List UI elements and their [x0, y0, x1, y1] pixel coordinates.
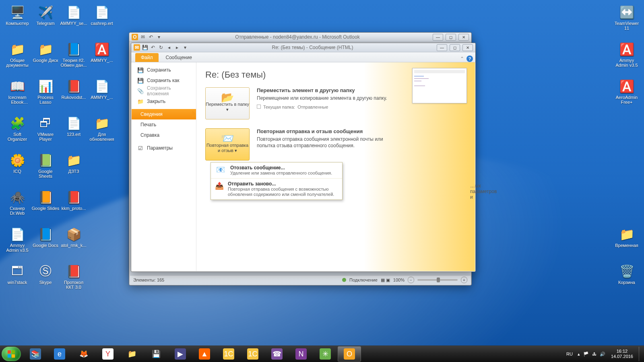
zoom-out-button[interactable]: −: [408, 277, 414, 283]
outlook-titlebar[interactable]: O ✉ ↶ ▾ Отправленные - noden84@yandex.ru…: [129, 33, 471, 42]
zoom-slider[interactable]: [417, 279, 458, 281]
desktop-icon[interactable]: 📗Google Sheets: [31, 151, 60, 188]
icon-label: Telegram: [36, 21, 54, 26]
desktop-icon[interactable]: 📖Icecream Ebook Reader: [3, 77, 31, 114]
qat-undo-icon[interactable]: ↶: [148, 34, 154, 40]
qat-redo-icon[interactable]: ↻: [158, 44, 164, 51]
desktop-icon[interactable]: 📦atol_rmk_k...: [60, 225, 88, 262]
windows-logo-icon: [7, 350, 16, 358]
menu-send-again[interactable]: 📤 Отправить заново...Повторная отправка …: [211, 179, 342, 200]
tray-volume-icon[interactable]: 🔊: [600, 352, 605, 357]
message-titlebar[interactable]: ✉ 💾 ↶ ↻ ◂ ▸ ▾ Re: (Без темы) - Сообщение…: [131, 43, 475, 52]
icon-label: 123.ert: [67, 132, 80, 137]
desktop-icon[interactable]: 🕷️Сканер Dr.Web: [3, 188, 31, 225]
msg-maximize-button[interactable]: ◻: [450, 44, 460, 51]
side-info[interactable]: Сведения: [132, 109, 196, 119]
desktop-icon[interactable]: 📁ДЗТЗ: [60, 151, 88, 188]
side-save[interactable]: 💾Сохранить: [132, 65, 196, 75]
menu-recall-message[interactable]: 📧 Отозвать сообщение...Удаление или заме…: [211, 162, 342, 179]
taskbar-media[interactable]: ▶: [169, 347, 192, 361]
qat-send-receive-icon[interactable]: ✉: [140, 34, 146, 40]
taskbar-libraries[interactable]: 📚: [24, 347, 47, 361]
minimize-button[interactable]: —: [433, 34, 443, 41]
taskbar-onenote[interactable]: N: [290, 347, 312, 361]
desktop-icon[interactable]: ⓈSkype: [31, 262, 60, 299]
desktop-icon[interactable]: 📁Временная: [613, 225, 641, 262]
desktop-icon[interactable]: 📄123.ert: [60, 114, 88, 151]
msg-close-button[interactable]: ✕: [462, 44, 473, 51]
desktop-icon[interactable]: 🗔win7stack: [3, 262, 31, 299]
desktop-icon[interactable]: 📄AMMYY_...: [88, 77, 116, 114]
desktop-icon[interactable]: 🅰️Ammyy Admin v3.5: [613, 40, 641, 77]
taskbar-ie[interactable]: e: [48, 347, 71, 361]
desktop-icon[interactable]: 🗑️Корзина: [613, 262, 641, 299]
tray-clock[interactable]: 16:12 14.07.2016: [609, 349, 636, 359]
tab-message[interactable]: Сообщение: [160, 53, 198, 62]
desktop-icon[interactable]: ↔️TeamViewer 11: [613, 3, 641, 40]
help-icon[interactable]: ?: [466, 56, 473, 62]
desktop-icon[interactable]: 📊Process Lasso: [31, 77, 60, 114]
desktop-icon[interactable]: 🧩Soft Organizer: [3, 114, 31, 151]
desktop-icon[interactable]: 🖥️Компьютер: [3, 3, 31, 40]
tray-network-icon[interactable]: 🖧: [592, 352, 597, 356]
close-button[interactable]: ✕: [458, 34, 469, 41]
desktop-icon[interactable]: 📁Общие документы: [3, 40, 31, 77]
maximize-button[interactable]: ◻: [446, 34, 456, 41]
desktop-icon[interactable]: 📕kkm_proto...: [60, 188, 88, 225]
msg-minimize-button[interactable]: —: [437, 44, 447, 51]
taskbar-yandex[interactable]: Y: [97, 347, 119, 361]
desktop-icon[interactable]: 🌼ICQ: [3, 151, 31, 188]
desktop-icon[interactable]: 📁Google Диск: [31, 40, 60, 77]
side-help[interactable]: Справка: [132, 130, 196, 140]
tray-chevron-icon[interactable]: ▴: [578, 352, 580, 357]
taskbar-vlc[interactable]: ▲: [193, 347, 216, 361]
desktop-icon[interactable]: 📕Протокол ККТ 3.0: [60, 262, 88, 299]
desktop-icon[interactable]: 📘Google Docs: [31, 225, 60, 262]
qat-prev-icon[interactable]: ◂: [166, 44, 172, 51]
file-icon: 📄: [64, 114, 83, 132]
ribbon-collapse-icon[interactable]: ⌃: [460, 56, 464, 62]
desktop-icon[interactable]: 📘Теория #2. Обмен дан...: [60, 40, 88, 77]
desktop-icon[interactable]: 📙Google Slides: [31, 188, 60, 225]
desktop-icon[interactable]: 📁Для обновления: [88, 114, 116, 151]
taskbar-save[interactable]: 💾: [145, 347, 167, 361]
move-to-folder-button[interactable]: 📂 Переместить в папку ▾: [205, 87, 250, 119]
desktop-icon[interactable]: 📄Ammyy Admin v3.5: [3, 225, 31, 262]
message-preview-thumbnail[interactable]: ━━━━━━━━ ━━━━━━━━━━━━ ━━━━━━ ━━━━━━━━━: [412, 68, 467, 103]
tray-flag-icon[interactable]: 🏳️: [583, 352, 589, 357]
taskbar-explorer[interactable]: 📁: [121, 347, 143, 361]
zoom-in-button[interactable]: +: [461, 277, 467, 283]
view-switch-icon[interactable]: ▦ ▣: [381, 278, 390, 283]
desktop-icon[interactable]: 🅰️AMMYY_...: [88, 40, 116, 77]
qat-more2-icon[interactable]: ▾: [182, 44, 188, 51]
taskbar: 📚e🦊Y📁💾▶▲1С1С☎N✳O RU ▴ 🏳️ 🖧 🔊 16:12 14.07…: [0, 346, 644, 362]
desktop-icon[interactable]: 📄cashrep.ert: [88, 3, 116, 40]
language-indicator[interactable]: RU: [565, 351, 574, 357]
side-close[interactable]: 📁Закрыть: [132, 96, 196, 107]
qat-more-icon[interactable]: ▾: [156, 34, 162, 40]
taskbar-1c-b[interactable]: 1С: [242, 347, 264, 361]
taskbar-1c-a[interactable]: 1С: [217, 347, 240, 361]
qat-next-icon[interactable]: ▸: [174, 44, 180, 51]
file-icon: 📘: [64, 40, 83, 58]
qat-save-icon[interactable]: 💾: [142, 44, 148, 51]
desktop-icon[interactable]: 🗗VMware Player: [31, 114, 60, 151]
taskbar-viber[interactable]: ☎: [266, 347, 288, 361]
taskbar-firefox[interactable]: 🦊: [72, 347, 95, 361]
desktop-icon[interactable]: ✈️Telegram: [31, 3, 60, 40]
start-button[interactable]: [2, 347, 21, 361]
desktop-icon[interactable]: 📕Rukovodst...: [60, 77, 88, 114]
taskbar-icq[interactable]: ✳: [314, 347, 336, 361]
status-connection: Подключение: [349, 278, 378, 282]
qat-undo2-icon[interactable]: ↶: [150, 44, 156, 51]
show-desktop-button[interactable]: [639, 347, 642, 361]
resend-recall-button[interactable]: 📨 Повторная отправка и отзыв ▾: [205, 128, 250, 160]
side-options[interactable]: ☑Параметры: [132, 143, 196, 153]
desktop-icon[interactable]: 📄AMMYY_se...: [60, 3, 88, 40]
taskbar-outlook[interactable]: O: [338, 347, 361, 361]
tab-file[interactable]: Файл: [135, 53, 159, 62]
desktop-icon[interactable]: 🅰️AeroAdmin Free+: [613, 77, 641, 114]
resend-title: Повторная отправка и отзыв сообщения: [257, 128, 394, 134]
side-print[interactable]: Печать: [132, 119, 196, 130]
side-saveas[interactable]: 💾Сохранить как: [132, 75, 196, 86]
